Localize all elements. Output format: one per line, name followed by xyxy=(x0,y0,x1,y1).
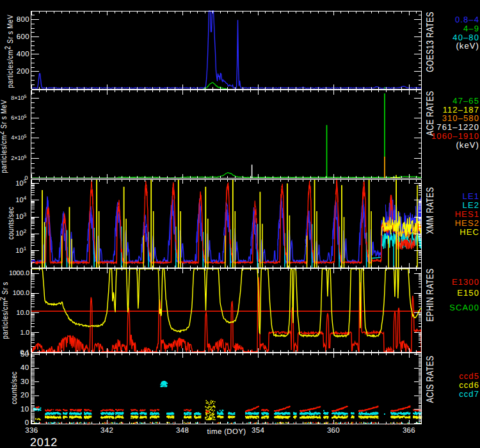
svg-text:E1300: E1300 xyxy=(452,277,479,287)
svg-text:counts/sec: counts/sec xyxy=(7,207,16,239)
svg-text:354: 354 xyxy=(252,427,264,435)
svg-text:800: 800 xyxy=(17,16,29,24)
svg-text:1000.0: 1000.0 xyxy=(9,269,29,277)
svg-text:1.0: 1.0 xyxy=(20,329,29,337)
svg-text:348: 348 xyxy=(176,427,189,435)
svg-text:LE1: LE1 xyxy=(463,191,479,201)
svg-text:4–9: 4–9 xyxy=(463,24,479,33)
svg-text:310–580: 310–580 xyxy=(442,113,479,123)
svg-text:XMM RATES: XMM RATES xyxy=(424,187,436,234)
svg-text:EPHIN RATES: EPHIN RATES xyxy=(424,269,436,322)
svg-text:time (DOY): time (DOY) xyxy=(207,428,246,436)
svg-text:particles/cm2 Sr s MeV: particles/cm2 Sr s MeV xyxy=(0,100,8,173)
svg-text:2012: 2012 xyxy=(30,436,58,448)
svg-text:SCA00: SCA00 xyxy=(449,303,479,312)
svg-text:0.8–4: 0.8–4 xyxy=(455,15,479,24)
svg-text:HES1: HES1 xyxy=(455,209,479,219)
svg-text:10: 10 xyxy=(20,406,29,413)
svg-text:400: 400 xyxy=(17,51,29,58)
svg-text:1060–1910: 1060–1910 xyxy=(431,131,479,141)
svg-text:GOES13 RATES: GOES13 RATES xyxy=(424,12,436,72)
svg-text:counts/sec: counts/sec xyxy=(10,371,19,404)
svg-text:336: 336 xyxy=(25,427,38,435)
svg-text:HES2: HES2 xyxy=(455,218,479,228)
svg-text:600: 600 xyxy=(17,33,29,41)
svg-text:ccd6: ccd6 xyxy=(459,380,479,390)
svg-text:20: 20 xyxy=(20,392,29,399)
svg-text:LE2: LE2 xyxy=(463,200,479,210)
svg-text:ACIS RATES: ACIS RATES xyxy=(424,356,436,403)
svg-text:E150: E150 xyxy=(457,288,479,298)
svg-text:50: 50 xyxy=(20,351,29,358)
svg-text:ACE RATES: ACE RATES xyxy=(424,91,436,136)
svg-text:particles/cm2 Sr s: particles/cm2 Sr s xyxy=(0,282,10,339)
svg-text:366: 366 xyxy=(403,427,415,435)
svg-text:HEC: HEC xyxy=(460,227,479,237)
svg-text:100.0: 100.0 xyxy=(13,289,29,297)
svg-text:40: 40 xyxy=(20,364,29,372)
svg-text:(keV): (keV) xyxy=(456,140,479,150)
svg-text:200: 200 xyxy=(17,68,29,76)
svg-text:30: 30 xyxy=(20,378,29,386)
svg-text:ccd5: ccd5 xyxy=(459,371,479,381)
svg-text:342: 342 xyxy=(100,427,113,435)
svg-text:10.0: 10.0 xyxy=(17,309,30,317)
svg-text:(keV): (keV) xyxy=(456,41,479,51)
svg-text:360: 360 xyxy=(327,427,340,435)
svg-text:0: 0 xyxy=(25,419,29,427)
svg-text:ccd7: ccd7 xyxy=(459,389,479,399)
